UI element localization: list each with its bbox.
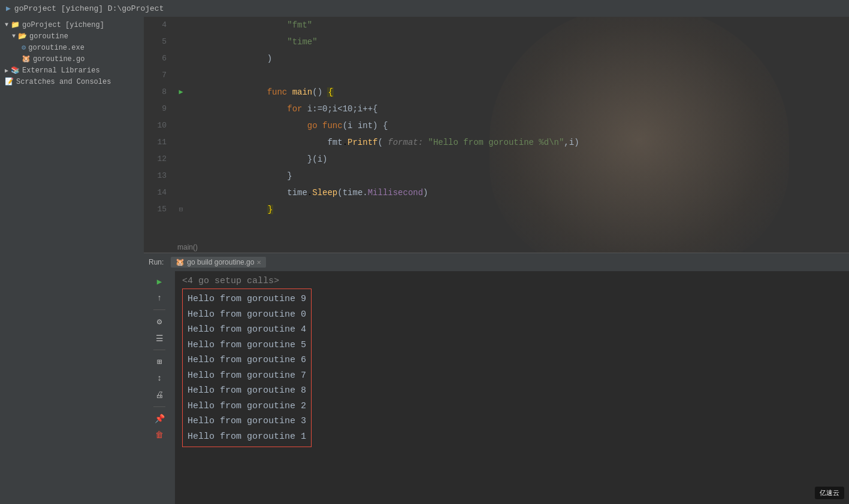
run-tab[interactable]: 🐹 go build goroutine.go ✕ bbox=[171, 257, 266, 268]
wrap-button[interactable]: ↕ bbox=[153, 372, 166, 385]
sidebar-goroutine-label: goroutine bbox=[29, 32, 68, 41]
run-panel: Run: 🐹 go build goroutine.go ✕ ▶ ↑ ⚙ ☰ bbox=[144, 253, 849, 504]
collapse-arrow: ▶ bbox=[5, 67, 8, 74]
sidebar: ▼ 📁 goProject [yicheng] ▼ 📂 goroutine ⚙ … bbox=[0, 17, 144, 504]
line-num-11: 11 bbox=[144, 134, 174, 151]
pin-button[interactable]: 📌 bbox=[153, 412, 166, 425]
output-box: Hello from goroutine 9 Hello from gorout… bbox=[182, 289, 312, 447]
project-icon: ▶ bbox=[6, 4, 11, 13]
run-tab-label: go build goroutine.go bbox=[187, 258, 254, 266]
line-num-8: 8 bbox=[144, 84, 174, 101]
code-lines: 4 "fmt" 5 "time" bbox=[144, 17, 849, 253]
line-num-14: 14 bbox=[144, 184, 174, 201]
toolbar-separator-3 bbox=[153, 406, 165, 407]
sidebar-project-root[interactable]: ▼ 📁 goProject [yicheng] bbox=[0, 19, 144, 31]
run-arrow-icon[interactable]: ▶ bbox=[179, 84, 183, 101]
code-content: 4 "fmt" 5 "time" bbox=[144, 17, 849, 253]
sidebar-ext-label: External Libraries bbox=[22, 66, 100, 75]
output-line-4: Hello from goroutine 6 bbox=[188, 353, 306, 368]
project-folder-icon: 📁 bbox=[11, 20, 20, 29]
output-line-7: Hello from goroutine 2 bbox=[188, 399, 306, 414]
run-tab-bar: Run: 🐹 go build goroutine.go ✕ bbox=[144, 253, 849, 271]
watermark-text: 亿速云 bbox=[820, 489, 839, 496]
output-line-0: Hello from goroutine 9 bbox=[188, 292, 306, 307]
print-button[interactable]: 🖨 bbox=[153, 388, 166, 402]
output-line-6: Hello from goroutine 8 bbox=[188, 383, 306, 399]
line-num-10: 10 bbox=[144, 117, 174, 134]
sidebar-goroutine-folder[interactable]: ▼ 📂 goroutine bbox=[0, 31, 144, 42]
folder-icon: 📂 bbox=[18, 32, 27, 41]
sidebar-exe-label: goroutine.exe bbox=[28, 44, 84, 52]
tab-close-button[interactable]: ✕ bbox=[256, 259, 261, 266]
sidebar-scratch-label: Scratches and Consoles bbox=[16, 78, 111, 86]
line-code-15: } bbox=[194, 184, 849, 235]
line-num-5: 5 bbox=[144, 34, 174, 50]
setup-line: <4 go setup calls> bbox=[182, 276, 842, 286]
editor-area: 4 "fmt" 5 "time" bbox=[144, 17, 849, 504]
sidebar-scratches[interactable]: 📝 Scratches and Consoles bbox=[0, 76, 144, 87]
run-label: Run: bbox=[149, 258, 164, 266]
toolbar-separator-1 bbox=[153, 309, 165, 310]
output-line-3: Hello from goroutine 5 bbox=[188, 338, 306, 353]
filter-button[interactable]: ⊞ bbox=[153, 355, 166, 368]
stop-button[interactable]: 🗑 bbox=[153, 429, 166, 442]
gutter-8[interactable]: ▶ bbox=[174, 84, 188, 101]
expand-arrow: ▼ bbox=[5, 22, 8, 28]
output-line-8: Hello from goroutine 3 bbox=[188, 414, 306, 429]
run-content: ▶ ↑ ⚙ ☰ ⊞ ↕ 🖨 📌 🗑 <4 go setup cal bbox=[144, 271, 849, 504]
code-panel[interactable]: 4 "fmt" 5 "time" bbox=[144, 17, 849, 253]
line-num-12: 12 bbox=[144, 151, 174, 168]
expand-arrow: ▼ bbox=[12, 33, 16, 40]
terminal-output: <4 go setup calls> Hello from goroutine … bbox=[175, 271, 849, 504]
output-line-5: Hello from goroutine 7 bbox=[188, 368, 306, 384]
project-title: goProject [yicheng] D:\goProject bbox=[14, 4, 164, 13]
setup-text: <4 go setup calls> bbox=[182, 276, 279, 286]
toolbar-separator-2 bbox=[153, 350, 165, 350]
settings-button[interactable]: ⚙ bbox=[153, 315, 166, 328]
scratch-icon: 📝 bbox=[5, 77, 14, 86]
line-num-4: 4 bbox=[144, 17, 174, 34]
scroll-up-button[interactable]: ↑ bbox=[153, 292, 166, 305]
line-num-7: 7 bbox=[144, 67, 174, 84]
code-line-15: 15 ⊟ } bbox=[144, 201, 849, 218]
sidebar-project-label: goProject [yicheng] bbox=[22, 21, 104, 29]
run-button[interactable]: ▶ bbox=[153, 275, 166, 288]
line-num-15: 15 bbox=[144, 201, 174, 218]
watermark: 亿速云 bbox=[815, 487, 844, 499]
sidebar-external-libraries[interactable]: ▶ 📚 External Libraries bbox=[0, 65, 144, 76]
title-bar: ▶ goProject [yicheng] D:\goProject bbox=[0, 0, 849, 17]
run-toolbar: ▶ ↑ ⚙ ☰ ⊞ ↕ 🖨 📌 🗑 bbox=[144, 271, 175, 504]
output-line-1: Hello from goroutine 0 bbox=[188, 307, 306, 323]
external-lib-icon: 📚 bbox=[11, 66, 20, 75]
output-line-2: Hello from goroutine 4 bbox=[188, 322, 306, 338]
line-num-9: 9 bbox=[144, 101, 174, 117]
sidebar-go-label: goroutine.go bbox=[33, 55, 84, 63]
code-line-6: 6 ) bbox=[144, 50, 849, 67]
line-num-13: 13 bbox=[144, 168, 174, 184]
line-num-6: 6 bbox=[144, 50, 174, 67]
go-file-icon: 🐹 bbox=[22, 54, 31, 63]
gutter-15: ⊟ bbox=[174, 201, 188, 218]
list-view-button[interactable]: ☰ bbox=[153, 332, 166, 345]
main-area: ▼ 📁 goProject [yicheng] ▼ 📂 goroutine ⚙ … bbox=[0, 17, 849, 504]
sidebar-goroutine-go[interactable]: 🐹 goroutine.go bbox=[0, 53, 144, 65]
fold-icon[interactable]: ⊟ bbox=[179, 201, 183, 218]
output-line-9: Hello from goroutine 1 bbox=[188, 429, 306, 445]
tab-go-icon: 🐹 bbox=[176, 258, 185, 266]
sidebar-goroutine-exe[interactable]: ⚙ goroutine.exe bbox=[0, 42, 144, 53]
file-icon: ⚙ bbox=[22, 43, 26, 52]
